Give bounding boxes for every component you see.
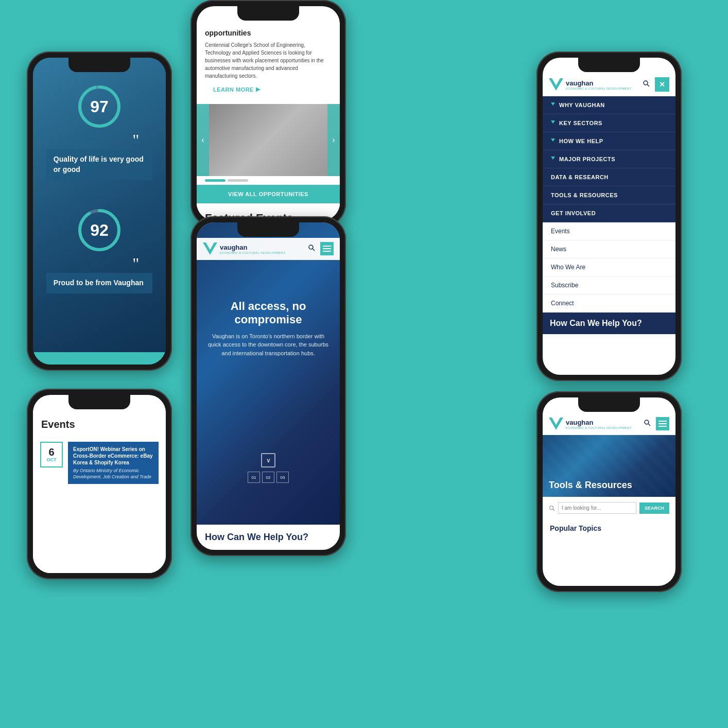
tools-search-input[interactable] (558, 502, 636, 514)
nav-item-why-vaughan[interactable]: WHY VAUGHAN (543, 96, 675, 114)
view-all-btn[interactable]: VIEW ALL OPPORTUNITIES (197, 185, 340, 203)
how-help-section: How Can We Help You? (543, 313, 675, 334)
phone-opportunities: opportunities Centennial College's Schoo… (190, 0, 346, 227)
nav-label-why-vaughan: WHY VAUGHAN (559, 102, 605, 108)
triangle-icon-3 (551, 138, 555, 144)
event-info: ExportON! Webinar Series on Cross-Border… (68, 442, 159, 484)
sub-item-subscribe[interactable]: Subscribe (543, 276, 675, 294)
triangle-icon-2 (551, 120, 555, 126)
nav-header-4: vaughan ECONOMIC & CULTURAL DEVELOPMENT (197, 238, 340, 260)
opportunity-title: opportunities (205, 29, 332, 37)
event-date-num: 6 (48, 447, 54, 457)
hamburger-btn-6[interactable] (656, 417, 669, 430)
nav-label-tools-resources: TOOLS & RESOURCES (551, 192, 618, 198)
logo-name-6: vaughan (566, 419, 632, 426)
phone-notch-3 (578, 58, 640, 72)
chevron-down-btn[interactable]: ∨ (261, 453, 275, 467)
phone-notch (68, 58, 130, 72)
page-dot-3[interactable]: 03 (276, 472, 289, 483)
nav-label-major-projects: MAJOR PROJECTS (559, 156, 615, 162)
nav-submenu-white: Events News Who We Are Subscribe Connect (543, 222, 675, 313)
carousel-prev[interactable]: ‹ (197, 104, 209, 176)
nav-menu-dark: WHY VAUGHAN KEY SECTORS HOW WE HELP MAJO… (543, 96, 675, 222)
quote-icon-1: " (132, 132, 139, 148)
hero-title: All access, no compromise (205, 300, 332, 327)
sub-item-who-we-are[interactable]: Who We Are (543, 258, 675, 276)
tools-search-btn[interactable]: SEARCH (639, 502, 669, 514)
event-date-box: 6 OCT (40, 442, 63, 467)
sub-item-news[interactable]: News (543, 240, 675, 258)
hamburger-btn-4[interactable] (320, 242, 334, 255)
nav-item-major-projects[interactable]: MAJOR PROJECTS (543, 150, 675, 168)
tools-hero: Tools & Resources (543, 435, 675, 497)
nav-item-get-involved[interactable]: GET INVOLVED (543, 204, 675, 222)
svg-point-5 (644, 81, 648, 85)
phone-tools: vaughan ECONOMIC & CULTURAL DEVELOPMENT (536, 391, 682, 592)
svg-marker-4 (549, 78, 563, 91)
learn-more-link[interactable]: LEARN MORE ▶ (205, 84, 332, 98)
logo-sub-6: ECONOMIC & CULTURAL DEVELOPMENT (566, 426, 632, 429)
svg-line-9 (313, 249, 315, 251)
vaughan-v-logo (549, 78, 563, 91)
close-btn-3[interactable]: ✕ (655, 77, 669, 92)
quote-icon-2: " (132, 255, 139, 272)
vaughan-logo-4: vaughan ECONOMIC & CULTURAL DEVELOPMENT (203, 242, 286, 255)
page-dot-1[interactable]: 01 (248, 472, 260, 483)
carousel-next-icon: › (332, 135, 335, 145)
svg-line-6 (647, 84, 649, 86)
event-by: By Ontario Ministry of Economic Developm… (73, 468, 153, 480)
phone-notch-6 (578, 397, 640, 412)
nav-label-get-involved: GET INVOLVED (551, 210, 596, 216)
opportunity-section: opportunities Centennial College's Schoo… (197, 23, 340, 104)
how-help-section-4: How Can We Help You? (197, 525, 340, 550)
nav-item-data-research[interactable]: DATA & RESEARCH (543, 168, 675, 186)
nav-label-how-we-help: HOW WE HELP (559, 138, 603, 144)
phone-events: Events 6 OCT ExportON! Webinar Series on… (27, 389, 172, 579)
learn-more-arrow: ▶ (256, 86, 261, 93)
phone-notch-4 (237, 222, 299, 237)
popular-topics-title: Popular Topics (543, 519, 675, 538)
hero-content: All access, no compromise Vaughan is on … (197, 300, 340, 357)
phone-hero: vaughan ECONOMIC & CULTURAL DEVELOPMENT (190, 216, 346, 556)
vaughan-logo-3: vaughan ECONOMIC & CULTURAL DEVELOPMENT (549, 78, 632, 91)
nav-item-how-we-help[interactable]: HOW WE HELP (543, 132, 675, 150)
stat-label-97: Quality of life is very good or good (46, 149, 152, 180)
how-help-text-3: How Can We Help You? (550, 319, 668, 328)
svg-marker-7 (203, 242, 217, 255)
sub-item-connect[interactable]: Connect (543, 294, 675, 313)
carousel-image: ‹ › (197, 104, 340, 176)
search-icon-3 (643, 80, 650, 87)
opportunity-body: Centennial College's School of Engineeri… (205, 41, 332, 80)
search-icon-4 (308, 244, 315, 251)
carousel-prev-icon: ‹ (201, 135, 204, 145)
learn-more-text: LEARN MORE (213, 86, 254, 93)
phone-notch-2 (237, 6, 299, 21)
search-btn-3[interactable] (640, 78, 652, 91)
hero-body: Vaughan is on Toronto's northern border … (205, 332, 332, 358)
hamburger-icon-6 (657, 420, 668, 428)
svg-marker-10 (549, 418, 563, 430)
nav-label-data-research: DATA & RESEARCH (551, 174, 609, 180)
event-date-month: OCT (47, 457, 57, 462)
page-dot-2[interactable]: 02 (262, 472, 274, 483)
triangle-icon-1 (551, 102, 555, 108)
slider-dots (197, 176, 340, 185)
stat-label-92: Proud to be from Vaughan (46, 273, 152, 293)
svg-point-8 (309, 245, 313, 249)
carousel-image-bg (209, 104, 327, 176)
search-icon-6 (644, 419, 651, 426)
dot-active (205, 179, 226, 182)
carousel-next[interactable]: › (327, 104, 340, 176)
svg-line-14 (553, 509, 555, 511)
nav-item-tools-resources[interactable]: TOOLS & RESOURCES (543, 186, 675, 204)
how-help-text-4: How Can We Help You? (205, 532, 332, 543)
search-btn-4[interactable] (306, 242, 317, 255)
phone-stats: 97 " Quality of life is very good or goo… (27, 51, 172, 371)
nav-item-key-sectors[interactable]: KEY SECTORS (543, 114, 675, 132)
sub-item-events[interactable]: Events (543, 222, 675, 240)
stat-circle-97: 97 (76, 83, 123, 130)
triangle-icon-4 (551, 157, 555, 162)
stat-circle-92: 92 (76, 207, 123, 253)
bottom-bar (33, 352, 166, 365)
search-btn-6[interactable] (642, 417, 653, 430)
